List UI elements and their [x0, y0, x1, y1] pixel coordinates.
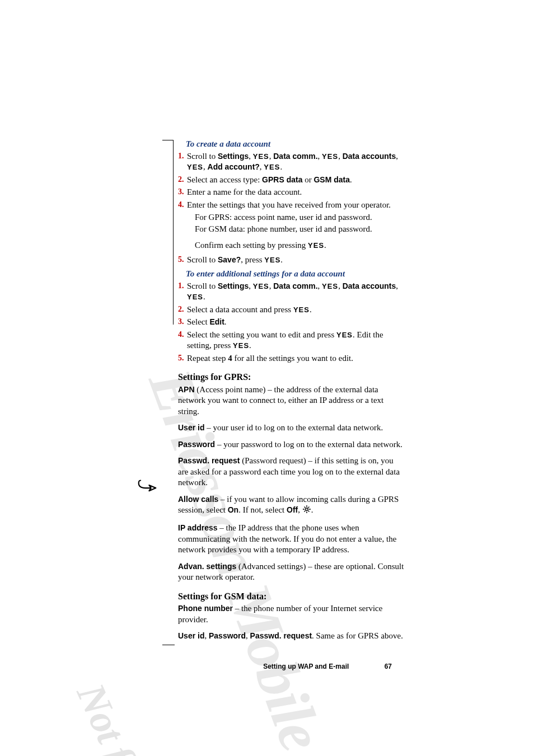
procedure-heading-create: To create a data account [186, 139, 405, 150]
bold-label: GSM data [313, 175, 350, 184]
text: . [280, 162, 282, 171]
step-number: 5. [178, 255, 184, 265]
definition-ipaddress: IP address – the IP address that the pho… [178, 523, 405, 556]
text: For GSM data: phone number, user id and … [195, 224, 405, 235]
bold-label: User id [178, 423, 204, 432]
text: . [310, 305, 312, 314]
definition-same: User id, Password, Passwd. request. Same… [178, 631, 405, 642]
text: . Same as for GPRS above. [312, 631, 403, 640]
list-item: 4. Enter the settings that you have rece… [178, 200, 405, 211]
procedure-additional-list: 1. Scroll to Settings, YES, Data comm., … [178, 281, 405, 364]
text: For GPRS: access point name, user id and… [195, 212, 405, 223]
step-number: 2. [178, 175, 184, 185]
text: . If not, select [238, 506, 287, 515]
bold-label: 4 [228, 354, 232, 363]
bold-label: Password [178, 440, 215, 449]
indent-detail: For GPRS: access point name, user id and… [195, 212, 405, 234]
definition-phone: Phone number – the phone number of your … [178, 603, 405, 625]
list-item: 5. Repeat step 4 for all the settings yo… [178, 353, 405, 364]
bold-label: Settings [218, 281, 249, 290]
list-item: 4. Select the setting you want to edit a… [178, 330, 405, 351]
definition-advan: Advan. settings (Advanced settings) – th… [178, 561, 405, 583]
yes-key: YES [322, 152, 338, 161]
step-number: 4. [178, 200, 184, 210]
yes-key: YES [336, 331, 353, 339]
yes-key: YES [264, 256, 280, 264]
text: , [298, 506, 302, 515]
text: . [249, 341, 251, 350]
step-number: 1. [178, 281, 184, 291]
text: Scroll to [187, 152, 218, 161]
page-number: 67 [385, 663, 392, 670]
text: Enter a name for the data account. [187, 187, 302, 196]
text: , [203, 162, 208, 171]
bold-label: Data accounts [343, 281, 396, 290]
text: . [324, 241, 326, 250]
list-item: 1. Scroll to Settings, YES, Data comm., … [178, 281, 405, 303]
bold-label: Settings [218, 152, 249, 161]
text: for all the settings you want to edit. [232, 354, 353, 363]
bold-label: Phone number [178, 604, 233, 613]
procedure-create-list: 1. Scroll to Settings, YES, Data comm., … [178, 151, 405, 211]
yes-key: YES [187, 293, 203, 301]
text: . [203, 292, 205, 301]
list-item: 2. Select an access type: GPRS data or G… [178, 175, 405, 186]
section-heading-gprs: Settings for GPRS: [178, 372, 405, 383]
text: Confirm each setting by pressing [195, 241, 308, 250]
bold-label: Data accounts [343, 152, 396, 161]
yes-key: YES [233, 341, 249, 350]
step-number: 2. [178, 304, 184, 314]
step-number: 3. [178, 317, 184, 327]
text: Scroll to [187, 281, 218, 290]
gear-icon [302, 505, 311, 517]
text: Enter the settings that you have receive… [187, 200, 391, 209]
bold-label: IP address [178, 523, 218, 532]
bold-label: Advan. settings [178, 562, 236, 571]
text: Select the setting you want to edit and … [187, 330, 336, 339]
list-item: 5. Scroll to Save?, press YES. [178, 255, 405, 266]
yes-key: YES [322, 282, 338, 290]
list-item: 2. Select a data account and press YES. [178, 304, 405, 316]
text: . [350, 175, 352, 184]
step-number: 1. [178, 151, 184, 161]
definition-passwdreq: Passwd. request (Password request) – if … [178, 456, 405, 489]
footer-rule [162, 645, 175, 645]
text: Select [187, 317, 209, 326]
svg-point-0 [305, 508, 308, 511]
bold-label: GPRS data [262, 175, 302, 184]
bold-label: Off [287, 506, 298, 515]
list-item: 1. Scroll to Settings, YES, Data comm., … [178, 151, 405, 173]
yes-key: YES [293, 306, 310, 314]
bold-label: Allow calls [178, 495, 218, 504]
text: , [396, 152, 398, 161]
page-body: To create a data account 1. Scroll to Se… [178, 139, 405, 642]
step-number: 3. [178, 187, 184, 197]
text: – your password to log on to the externa… [215, 440, 402, 449]
indent-confirm: Confirm each setting by pressing YES. [195, 240, 405, 251]
text: Scroll to [187, 255, 218, 264]
definition-apn: APN (Access point name) – the address of… [178, 384, 405, 417]
list-item: 3. Select Edit. [178, 317, 405, 328]
definition-allowcalls: Allow calls – if you want to allow incom… [178, 494, 405, 517]
bold-label: APN [178, 385, 195, 394]
footer-title: Setting up WAP and E-mail [263, 663, 349, 670]
text: , [338, 281, 343, 290]
bold-label: Password [209, 631, 246, 640]
bold-label: Passwd. request [178, 456, 240, 465]
text: , [396, 281, 398, 290]
bold-label: Add account? [208, 162, 260, 171]
text: , [249, 152, 253, 161]
bold-label: On [228, 506, 238, 515]
bold-label: Data comm. [273, 152, 317, 161]
section-heading-gsm: Settings for GSM data: [178, 591, 405, 603]
yes-key: YES [253, 282, 269, 290]
watermark-small: Not for Commercial Use [67, 677, 270, 756]
text: , [204, 631, 209, 640]
step-number: 4. [178, 330, 184, 340]
text: – your user id to log on to the external… [204, 423, 383, 432]
procedure-heading-additional: To enter additional settings for a data … [186, 269, 405, 280]
text: or [302, 175, 313, 184]
text: , [318, 152, 322, 161]
procedure-create-list-cont: 5. Scroll to Save?, press YES. [178, 255, 405, 266]
text: Select a data account and press [187, 305, 293, 314]
